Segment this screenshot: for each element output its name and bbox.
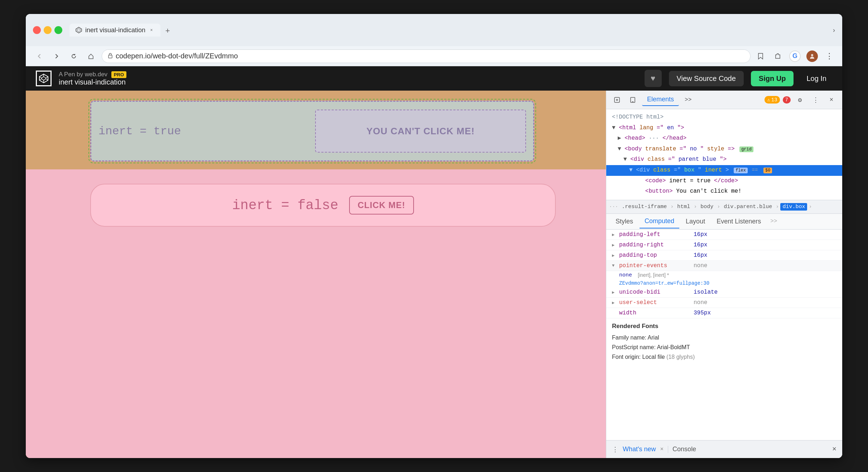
breadcrumb-item-iframe[interactable]: .result-iframe <box>619 203 669 211</box>
bottom-dots[interactable]: ⋮ <box>612 445 618 453</box>
css-sub-row-link: ZEvdmmo?anon=tr…ew=fullpage:30 <box>606 279 842 287</box>
breadcrumb-more[interactable]: ··· <box>609 204 618 209</box>
grid-badge: grid <box>739 146 753 152</box>
flex-badge: flex <box>734 168 748 173</box>
css-prop-pointer-events-group: ▼ pointer-events none none [inert], [ine… <box>606 261 842 287</box>
devtools-close-button[interactable]: × <box>825 93 838 106</box>
dom-line-head[interactable]: ▶ <head> ··· </head> <box>606 133 842 144</box>
reload-button[interactable] <box>67 50 80 63</box>
css-prop-pointer-events: ▼ pointer-events none <box>606 261 842 271</box>
minimize-button[interactable] <box>44 26 52 34</box>
nav-bar: codepen.io/web-dot-dev/full/ZEvdmmo G ⋮ <box>26 46 842 66</box>
css-prop-width: ▶ width 395px <box>606 308 842 318</box>
css-prop-name: padding-right <box>619 242 691 248</box>
devtools-bottom-bar: ⋮ What's new × Console × <box>606 440 842 458</box>
profile-button[interactable] <box>806 50 818 62</box>
devtools-tabs-more[interactable]: >> <box>682 97 694 103</box>
expand-icon[interactable]: ▶ <box>612 300 616 305</box>
dom-line-code[interactable]: <code> inert = true </code> <box>606 176 842 187</box>
main-area: inert = true YOU CAN'T CLICK ME! inert =… <box>26 91 842 458</box>
close-button[interactable] <box>33 26 41 34</box>
devtools-tab-elements[interactable]: Elements <box>642 93 679 106</box>
dom-line-parent-div[interactable]: ▼ <div class =" parent blue "> <box>606 154 842 165</box>
svg-marker-1 <box>77 29 81 32</box>
dom-line-button[interactable]: <button> You can't click me! <box>606 186 842 197</box>
forward-button[interactable] <box>50 50 63 63</box>
expand-icon[interactable]: ▶ <box>612 290 616 295</box>
extensions-button[interactable] <box>772 50 783 62</box>
css-prop-name: width <box>619 310 691 316</box>
expand-icon[interactable]: ▶ <box>612 232 616 237</box>
view-source-button[interactable]: View Source Code <box>669 71 744 86</box>
dom-line-html[interactable]: ▼ <html lang =" en "> <box>606 123 842 134</box>
css-prop-name: padding-top <box>619 252 691 259</box>
bottom-panel-close[interactable]: × <box>832 445 836 453</box>
click-me-button[interactable]: CLICK ME! <box>349 196 414 215</box>
inert-false-label: inert = false <box>232 198 338 213</box>
traffic-lights <box>33 26 62 34</box>
css-prop-user-select: ▶ user-select none <box>606 298 842 308</box>
address-bar[interactable]: codepen.io/web-dot-dev/full/ZEvdmmo <box>102 49 751 63</box>
svg-point-4 <box>811 54 813 56</box>
font-origin-detail: (18 glyphs) <box>666 354 695 360</box>
tab-styles[interactable]: Styles <box>611 215 638 228</box>
browser-more-button[interactable]: ⋮ <box>824 50 835 62</box>
tab-event-listeners[interactable]: Event Listeners <box>712 215 766 228</box>
breadcrumb-item-parent[interactable]: div.parent.blue <box>722 203 774 211</box>
css-prop-padding-left: ▶ padding-left 16px <box>606 230 842 240</box>
maximize-button[interactable] <box>54 26 62 34</box>
css-prop-name: padding-left <box>619 231 691 238</box>
dom-line-body[interactable]: ▼ <body translate =" no " style => grid <box>606 144 842 155</box>
css-prop-val: isolate <box>694 289 718 295</box>
inert-true-label: inert = true <box>98 125 308 138</box>
google-account-button[interactable]: G <box>789 50 801 62</box>
google-g-icon: G <box>792 52 797 60</box>
svg-marker-6 <box>42 77 46 80</box>
tab-layout[interactable]: Layout <box>681 215 710 228</box>
css-prop-name: user-select <box>619 299 691 306</box>
font-postscript: PostScript name: Arial-BoldMT <box>612 342 836 352</box>
signup-button[interactable]: Sign Up <box>751 71 794 86</box>
svg-marker-0 <box>76 27 82 33</box>
back-button[interactable] <box>33 50 46 63</box>
inert-true-box: inert = true YOU CAN'T CLICK ME! <box>90 101 534 162</box>
bookmark-button[interactable] <box>755 50 766 62</box>
css-prop-val: 395px <box>694 310 711 316</box>
breadcrumb-item-box[interactable]: div.box <box>780 203 807 211</box>
whats-new-close[interactable]: × <box>660 446 664 453</box>
error-count: 7 <box>785 97 788 103</box>
console-tab[interactable]: Console <box>672 445 696 453</box>
font-family: Family name: Arial <box>612 333 836 342</box>
expand-icon[interactable]: ▼ <box>612 263 616 268</box>
expand-icon[interactable]: ▶ <box>612 242 616 248</box>
tab-close-btn[interactable]: × <box>148 27 155 33</box>
tabs-more[interactable]: >> <box>767 218 780 225</box>
inspect-element-button[interactable] <box>611 93 623 106</box>
expand-icon[interactable]: ▶ <box>612 253 616 258</box>
css-prop-val: none <box>694 263 707 269</box>
css-prop-val: none <box>694 299 707 306</box>
expand-icon[interactable]: ▶ <box>612 310 616 316</box>
new-tab-button[interactable]: + <box>162 25 173 37</box>
login-button[interactable]: Log In <box>801 71 832 86</box>
devtools-breadcrumb: ··· .result-iframe › html › body › div.p… <box>606 200 842 214</box>
tab-computed[interactable]: Computed <box>640 215 679 228</box>
false-section: inert = false CLICK ME! <box>26 169 606 458</box>
tab-title: inert visual-indication <box>85 27 145 34</box>
device-toggle-button[interactable] <box>626 93 639 106</box>
active-tab[interactable]: inert visual-indication × <box>69 24 160 37</box>
css-sub-source: [inert], [inert] * <box>638 272 669 278</box>
devtools-settings-button[interactable]: ⚙ <box>794 93 806 106</box>
home-button[interactable] <box>85 50 97 63</box>
browser-menu-icon[interactable]: › <box>833 27 835 34</box>
breadcrumb-item-html[interactable]: html <box>675 203 692 211</box>
css-prop-val: 16px <box>694 242 707 248</box>
heart-button[interactable]: ♥ <box>645 70 662 87</box>
breadcrumb-item-body[interactable]: body <box>698 203 715 211</box>
css-source-link[interactable]: ZEvdmmo?anon=tr…ew=fullpage:30 <box>619 280 709 286</box>
dom-line-box-div[interactable]: ▼ <div class =" box " inert > flex == $0 <box>606 165 842 176</box>
whats-new-tab[interactable]: What's new <box>623 445 656 453</box>
dollar-zero-badge: $0 <box>763 168 772 173</box>
warning-count: 13 <box>771 97 777 103</box>
devtools-kebab-button[interactable]: ⋮ <box>809 93 822 106</box>
